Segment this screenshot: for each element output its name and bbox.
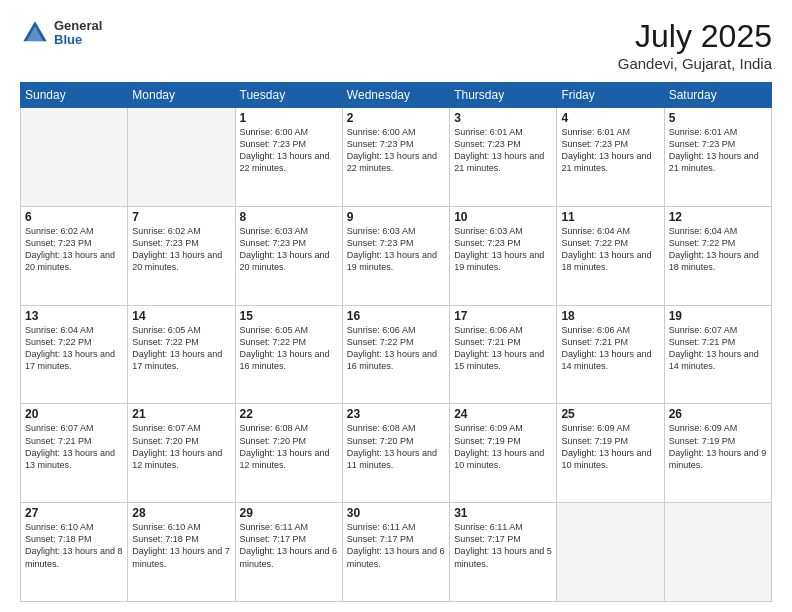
calendar-cell [664,503,771,602]
day-info: Sunrise: 6:07 AM Sunset: 7:21 PM Dayligh… [25,422,123,471]
calendar-cell: 26Sunrise: 6:09 AM Sunset: 7:19 PM Dayli… [664,404,771,503]
day-number: 25 [561,407,659,421]
calendar-cell [21,108,128,207]
day-number: 18 [561,309,659,323]
calendar-cell: 28Sunrise: 6:10 AM Sunset: 7:18 PM Dayli… [128,503,235,602]
day-number: 30 [347,506,445,520]
day-number: 16 [347,309,445,323]
day-number: 7 [132,210,230,224]
logo: General Blue [20,18,102,48]
title-block: July 2025 Gandevi, Gujarat, India [618,18,772,72]
calendar-week-row-3: 13Sunrise: 6:04 AM Sunset: 7:22 PM Dayli… [21,305,772,404]
calendar-cell: 3Sunrise: 6:01 AM Sunset: 7:23 PM Daylig… [450,108,557,207]
day-info: Sunrise: 6:04 AM Sunset: 7:22 PM Dayligh… [561,225,659,274]
day-number: 4 [561,111,659,125]
calendar-cell [557,503,664,602]
day-info: Sunrise: 6:10 AM Sunset: 7:18 PM Dayligh… [25,521,123,570]
day-info: Sunrise: 6:11 AM Sunset: 7:17 PM Dayligh… [240,521,338,570]
day-number: 27 [25,506,123,520]
calendar-cell: 10Sunrise: 6:03 AM Sunset: 7:23 PM Dayli… [450,206,557,305]
day-info: Sunrise: 6:07 AM Sunset: 7:20 PM Dayligh… [132,422,230,471]
day-info: Sunrise: 6:09 AM Sunset: 7:19 PM Dayligh… [561,422,659,471]
calendar-cell: 27Sunrise: 6:10 AM Sunset: 7:18 PM Dayli… [21,503,128,602]
day-number: 13 [25,309,123,323]
day-number: 10 [454,210,552,224]
day-info: Sunrise: 6:09 AM Sunset: 7:19 PM Dayligh… [669,422,767,471]
calendar-cell: 4Sunrise: 6:01 AM Sunset: 7:23 PM Daylig… [557,108,664,207]
calendar-cell: 13Sunrise: 6:04 AM Sunset: 7:22 PM Dayli… [21,305,128,404]
calendar-location: Gandevi, Gujarat, India [618,55,772,72]
day-number: 2 [347,111,445,125]
day-number: 6 [25,210,123,224]
day-number: 29 [240,506,338,520]
day-number: 31 [454,506,552,520]
calendar-week-row-1: 1Sunrise: 6:00 AM Sunset: 7:23 PM Daylig… [21,108,772,207]
calendar-cell: 17Sunrise: 6:06 AM Sunset: 7:21 PM Dayli… [450,305,557,404]
day-number: 14 [132,309,230,323]
calendar-cell: 5Sunrise: 6:01 AM Sunset: 7:23 PM Daylig… [664,108,771,207]
day-info: Sunrise: 6:07 AM Sunset: 7:21 PM Dayligh… [669,324,767,373]
calendar-cell: 6Sunrise: 6:02 AM Sunset: 7:23 PM Daylig… [21,206,128,305]
calendar-cell: 19Sunrise: 6:07 AM Sunset: 7:21 PM Dayli… [664,305,771,404]
day-number: 22 [240,407,338,421]
logo-blue-label: Blue [54,33,102,47]
calendar-cell: 23Sunrise: 6:08 AM Sunset: 7:20 PM Dayli… [342,404,449,503]
calendar-cell: 11Sunrise: 6:04 AM Sunset: 7:22 PM Dayli… [557,206,664,305]
calendar-header-row: Sunday Monday Tuesday Wednesday Thursday… [21,83,772,108]
day-number: 8 [240,210,338,224]
day-info: Sunrise: 6:01 AM Sunset: 7:23 PM Dayligh… [669,126,767,175]
header-sunday: Sunday [21,83,128,108]
calendar-cell: 22Sunrise: 6:08 AM Sunset: 7:20 PM Dayli… [235,404,342,503]
day-number: 12 [669,210,767,224]
calendar-cell: 29Sunrise: 6:11 AM Sunset: 7:17 PM Dayli… [235,503,342,602]
calendar-cell [128,108,235,207]
calendar-cell: 12Sunrise: 6:04 AM Sunset: 7:22 PM Dayli… [664,206,771,305]
logo-text: General Blue [54,19,102,48]
header-thursday: Thursday [450,83,557,108]
day-info: Sunrise: 6:00 AM Sunset: 7:23 PM Dayligh… [240,126,338,175]
calendar-cell: 7Sunrise: 6:02 AM Sunset: 7:23 PM Daylig… [128,206,235,305]
day-number: 26 [669,407,767,421]
day-info: Sunrise: 6:00 AM Sunset: 7:23 PM Dayligh… [347,126,445,175]
calendar-cell: 15Sunrise: 6:05 AM Sunset: 7:22 PM Dayli… [235,305,342,404]
day-info: Sunrise: 6:03 AM Sunset: 7:23 PM Dayligh… [240,225,338,274]
day-info: Sunrise: 6:04 AM Sunset: 7:22 PM Dayligh… [669,225,767,274]
day-number: 11 [561,210,659,224]
day-info: Sunrise: 6:09 AM Sunset: 7:19 PM Dayligh… [454,422,552,471]
day-info: Sunrise: 6:05 AM Sunset: 7:22 PM Dayligh… [240,324,338,373]
day-info: Sunrise: 6:06 AM Sunset: 7:21 PM Dayligh… [454,324,552,373]
calendar-week-row-2: 6Sunrise: 6:02 AM Sunset: 7:23 PM Daylig… [21,206,772,305]
calendar-cell: 25Sunrise: 6:09 AM Sunset: 7:19 PM Dayli… [557,404,664,503]
calendar-cell: 21Sunrise: 6:07 AM Sunset: 7:20 PM Dayli… [128,404,235,503]
logo-general-label: General [54,19,102,33]
day-number: 28 [132,506,230,520]
day-number: 5 [669,111,767,125]
day-info: Sunrise: 6:08 AM Sunset: 7:20 PM Dayligh… [240,422,338,471]
day-info: Sunrise: 6:03 AM Sunset: 7:23 PM Dayligh… [347,225,445,274]
calendar-cell: 1Sunrise: 6:00 AM Sunset: 7:23 PM Daylig… [235,108,342,207]
day-info: Sunrise: 6:06 AM Sunset: 7:21 PM Dayligh… [561,324,659,373]
day-info: Sunrise: 6:05 AM Sunset: 7:22 PM Dayligh… [132,324,230,373]
day-number: 24 [454,407,552,421]
day-number: 15 [240,309,338,323]
calendar-cell: 31Sunrise: 6:11 AM Sunset: 7:17 PM Dayli… [450,503,557,602]
day-info: Sunrise: 6:06 AM Sunset: 7:22 PM Dayligh… [347,324,445,373]
day-info: Sunrise: 6:11 AM Sunset: 7:17 PM Dayligh… [454,521,552,570]
calendar-week-row-5: 27Sunrise: 6:10 AM Sunset: 7:18 PM Dayli… [21,503,772,602]
calendar-cell: 8Sunrise: 6:03 AM Sunset: 7:23 PM Daylig… [235,206,342,305]
day-number: 23 [347,407,445,421]
day-info: Sunrise: 6:02 AM Sunset: 7:23 PM Dayligh… [132,225,230,274]
day-number: 21 [132,407,230,421]
day-info: Sunrise: 6:08 AM Sunset: 7:20 PM Dayligh… [347,422,445,471]
header-friday: Friday [557,83,664,108]
day-info: Sunrise: 6:03 AM Sunset: 7:23 PM Dayligh… [454,225,552,274]
header: General Blue July 2025 Gandevi, Gujarat,… [20,18,772,72]
calendar-cell: 20Sunrise: 6:07 AM Sunset: 7:21 PM Dayli… [21,404,128,503]
header-wednesday: Wednesday [342,83,449,108]
day-info: Sunrise: 6:04 AM Sunset: 7:22 PM Dayligh… [25,324,123,373]
day-info: Sunrise: 6:01 AM Sunset: 7:23 PM Dayligh… [561,126,659,175]
calendar-cell: 30Sunrise: 6:11 AM Sunset: 7:17 PM Dayli… [342,503,449,602]
day-number: 19 [669,309,767,323]
day-info: Sunrise: 6:10 AM Sunset: 7:18 PM Dayligh… [132,521,230,570]
header-saturday: Saturday [664,83,771,108]
